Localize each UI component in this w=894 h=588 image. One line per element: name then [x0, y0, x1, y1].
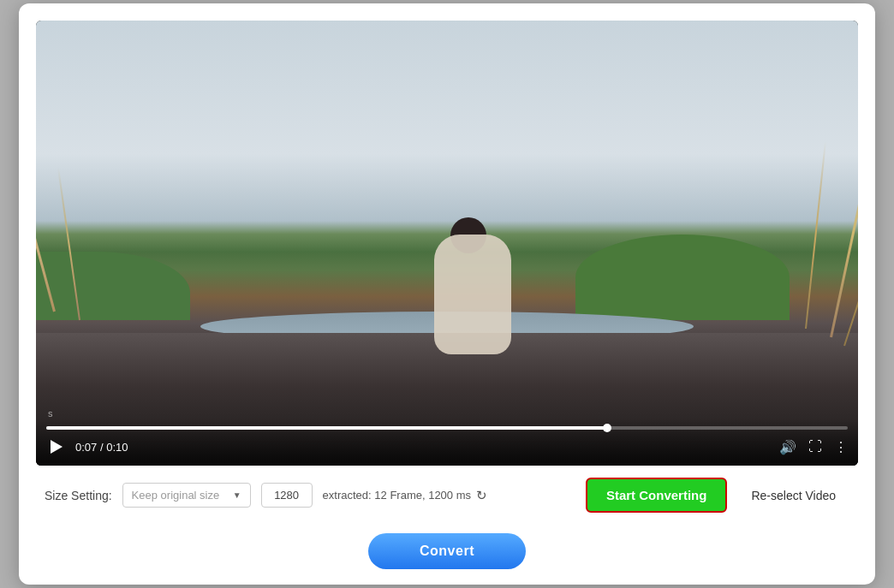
grass-stem-3	[830, 128, 858, 337]
hill-left	[36, 252, 190, 320]
watermark: s	[48, 408, 53, 419]
grass-stem-5	[843, 117, 858, 346]
convert-area: Convert	[36, 525, 858, 585]
extracted-info: extracted: 12 Frame, 1200 ms ↻	[323, 488, 487, 503]
size-dropdown[interactable]: Keep original size ▼	[122, 483, 251, 508]
more-options-icon[interactable]: ⋮	[834, 439, 848, 455]
extracted-text: extracted: 12 Frame, 1200 ms	[323, 489, 471, 502]
progress-dot	[603, 424, 611, 432]
video-background	[36, 21, 858, 466]
size-setting-label: Size Setting:	[45, 489, 112, 502]
start-converting-button[interactable]: Start Converting	[586, 478, 728, 513]
controls-left: 0:07 / 0:10	[46, 437, 128, 457]
person-body	[434, 235, 511, 354]
reselect-video-button[interactable]: Re-select Video	[737, 480, 849, 511]
time-display: 0:07 / 0:10	[75, 441, 128, 454]
controls-row: 0:07 / 0:10 🔊 ⛶ ⋮	[46, 437, 848, 457]
progress-fill	[46, 426, 607, 430]
video-container: s 0:07 / 0:10	[36, 21, 858, 466]
settings-bar: Size Setting: Keep original size ▼ 1280 …	[36, 466, 858, 525]
app-window: s 0:07 / 0:10	[19, 3, 875, 585]
grass-stem-4	[805, 141, 826, 329]
size-option-text: Keep original size	[132, 489, 220, 502]
fullscreen-icon[interactable]: ⛶	[808, 439, 822, 454]
person-silhouette	[430, 217, 516, 354]
convert-button[interactable]: Convert	[368, 533, 526, 569]
size-value-field[interactable]: 1280	[261, 483, 313, 508]
hill-right	[575, 235, 790, 320]
play-button[interactable]	[46, 437, 67, 457]
video-controls: 0:07 / 0:10 🔊 ⛶ ⋮	[36, 419, 858, 466]
progress-bar[interactable]	[46, 426, 848, 430]
volume-icon[interactable]: 🔊	[779, 439, 796, 455]
refresh-icon[interactable]: ↻	[476, 488, 487, 503]
play-icon	[51, 440, 63, 454]
video-frame: s 0:07 / 0:10	[36, 21, 858, 466]
chevron-down-icon: ▼	[233, 490, 241, 500]
controls-right: 🔊 ⛶ ⋮	[779, 439, 848, 455]
